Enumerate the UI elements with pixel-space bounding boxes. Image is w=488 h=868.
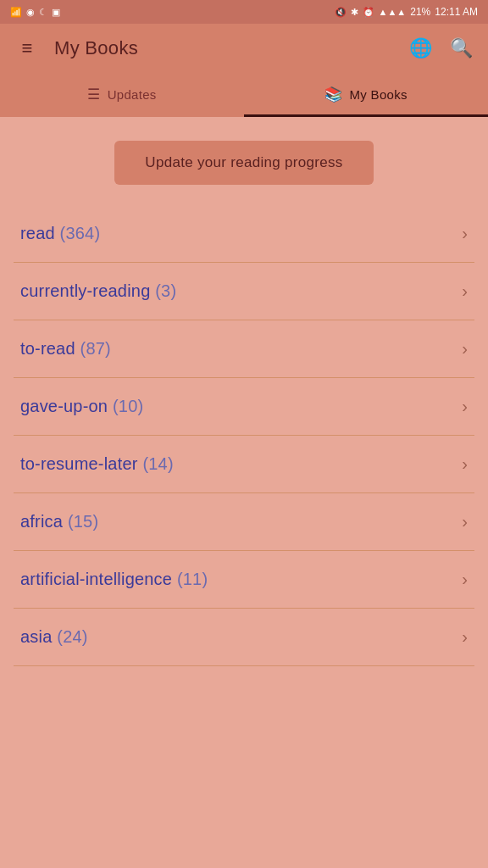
list-item-currently-reading[interactable]: currently-reading (3) ›: [14, 263, 474, 320]
app-title: My Books: [54, 37, 393, 59]
list-item-to-resume-later-label: to-resume-later (14): [20, 454, 174, 474]
chevron-right-icon: ›: [462, 224, 468, 243]
time-text: 12:11 AM: [435, 6, 478, 18]
chevron-right-icon: ›: [462, 512, 468, 531]
book-list: read (364) › currently-reading (3) › to-…: [14, 205, 474, 666]
chevron-right-icon: ›: [462, 397, 468, 416]
menu-button[interactable]: ≡: [14, 35, 41, 62]
mute-icon: 🔇: [335, 7, 347, 18]
list-item-asia[interactable]: asia (24) ›: [14, 609, 474, 666]
signal-icon: ◉: [26, 7, 35, 18]
status-right-info: 🔇 ✱ ⏰ ▲▲▲ 21% 12:11 AM: [335, 6, 478, 18]
chevron-right-icon: ›: [462, 454, 468, 474]
list-item-to-read-label: to-read (87): [20, 339, 111, 359]
chevron-right-icon: ›: [462, 570, 468, 589]
updates-tab-label: Updates: [108, 87, 157, 102]
list-item-gave-up-on[interactable]: gave-up-on (10) ›: [14, 378, 474, 436]
signal-bars-icon: ▲▲▲: [379, 7, 407, 17]
globe-icon: 🌐: [409, 37, 432, 59]
tab-bar: ☰ Updates 📚 My Books: [0, 73, 488, 117]
update-btn-wrapper: Update your reading progress: [14, 141, 474, 185]
globe-button[interactable]: 🌐: [407, 35, 434, 62]
list-item-gave-up-on-label: gave-up-on (10): [20, 397, 143, 416]
list-item-to-resume-later[interactable]: to-resume-later (14) ›: [14, 436, 474, 493]
tab-updates[interactable]: ☰ Updates: [0, 73, 244, 115]
tab-mybooks[interactable]: 📚 My Books: [244, 73, 488, 115]
battery-text: 21%: [410, 6, 430, 18]
list-item-asia-label: asia (24): [20, 627, 88, 647]
vibrate-icon: ✱: [351, 7, 358, 18]
list-item-africa[interactable]: africa (15) ›: [14, 493, 474, 551]
wifi-icon: 📶: [10, 7, 22, 18]
list-item-africa-label: africa (15): [20, 512, 98, 531]
list-item-currently-reading-label: currently-reading (3): [20, 281, 176, 301]
chevron-right-icon: ›: [462, 339, 468, 359]
app-bar: ≡ My Books 🌐 🔍: [0, 24, 488, 73]
update-progress-button[interactable]: Update your reading progress: [114, 141, 373, 185]
search-button[interactable]: 🔍: [447, 35, 474, 62]
status-left-icons: 📶 ◉ ☾ ▣: [10, 7, 60, 18]
mybooks-tab-icon: 📚: [324, 86, 342, 103]
chevron-right-icon: ›: [462, 627, 468, 647]
hamburger-icon: ≡: [22, 37, 33, 59]
status-bar: 📶 ◉ ☾ ▣ 🔇 ✱ ⏰ ▲▲▲ 21% 12:11 AM: [0, 0, 488, 24]
chevron-right-icon: ›: [462, 281, 468, 301]
image-icon: ▣: [52, 7, 60, 18]
list-item-artificial-intelligence-label: artificial-intelligence (11): [20, 570, 208, 589]
moon-icon: ☾: [39, 7, 47, 18]
search-icon: 🔍: [450, 37, 473, 59]
list-item-to-read[interactable]: to-read (87) ›: [14, 320, 474, 378]
alarm-icon: ⏰: [363, 7, 374, 18]
list-item-artificial-intelligence[interactable]: artificial-intelligence (11) ›: [14, 551, 474, 609]
updates-tab-icon: ☰: [87, 86, 100, 103]
content-area: Update your reading progress read (364) …: [0, 117, 488, 675]
list-item-read[interactable]: read (364) ›: [14, 205, 474, 263]
mybooks-tab-label: My Books: [350, 87, 408, 102]
list-item-read-label: read (364): [20, 224, 100, 243]
